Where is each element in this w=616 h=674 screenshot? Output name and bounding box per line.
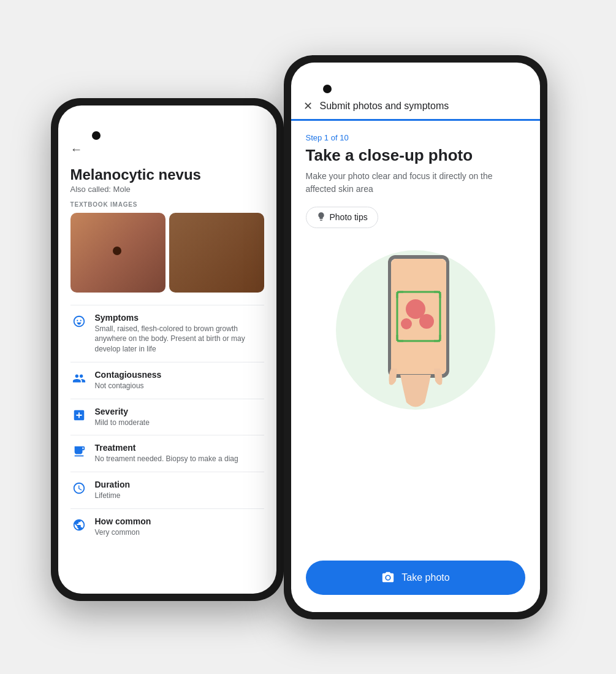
header-bar: ✕ Submit photos and symptoms <box>291 93 540 121</box>
phone2-camera <box>323 85 332 93</box>
info-treatment: Treatment No treament needed. Biopsy to … <box>70 435 264 472</box>
svg-point-14 <box>401 318 412 329</box>
phone-illustration <box>354 243 477 417</box>
step-label: Step 1 of 10 <box>306 133 525 142</box>
info-contagiousness: Contagiousness Not contagious <box>70 362 264 399</box>
treatment-icon <box>70 443 88 460</box>
treatment-text: Treatment No treament needed. Biopsy to … <box>95 443 238 464</box>
symptoms-text: Symptoms Small, raised, flesh-colored to… <box>95 313 264 354</box>
info-symptoms: Symptoms Small, raised, flesh-colored to… <box>70 305 264 362</box>
info-severity: Severity Mild to moderate <box>70 399 264 435</box>
camera-icon <box>381 570 395 585</box>
contagiousness-icon <box>70 370 88 387</box>
photo-tips-button[interactable]: Photo tips <box>306 207 378 228</box>
textbook-label: Textbook Images <box>70 201 264 208</box>
condition-subtitle: Also called: Mole <box>70 185 264 194</box>
duration-icon <box>70 480 88 497</box>
take-photo-label: Take photo <box>401 572 449 583</box>
phone-1: ← Melanocytic nevus Also called: Mole Te… <box>51 98 284 601</box>
severity-text: Severity Mild to moderate <box>95 407 150 428</box>
how-common-text: How common Very common <box>95 516 151 538</box>
mole-image-2 <box>169 213 264 293</box>
how-common-icon <box>70 516 88 534</box>
contagiousness-text: Contagiousness Not contagious <box>95 370 162 391</box>
illustration-area <box>306 243 525 417</box>
main-heading: Take a close-up photo <box>306 146 525 165</box>
textbook-images <box>70 213 264 293</box>
take-photo-button[interactable]: Take photo <box>306 561 525 595</box>
info-duration: Duration Lifetime <box>70 472 264 508</box>
header-title: Submit photos and symptoms <box>320 101 449 112</box>
symptoms-icon <box>70 313 88 330</box>
severity-icon <box>70 407 88 424</box>
mole-image-1 <box>70 213 165 293</box>
close-button[interactable]: ✕ <box>303 99 313 113</box>
condition-title: Melanocytic nevus <box>70 166 264 183</box>
svg-point-13 <box>419 314 434 329</box>
phone-2: ✕ Submit photos and symptoms Step 1 of 1… <box>284 55 547 619</box>
info-how-common: How common Very common <box>70 508 264 545</box>
main-description: Make your photo clear and focus it direc… <box>306 170 525 196</box>
duration-text: Duration Lifetime <box>95 480 131 501</box>
photo-tips-label: Photo tips <box>330 212 368 222</box>
lightbulb-icon <box>316 212 326 223</box>
phone1-camera <box>92 131 101 140</box>
back-button[interactable]: ← <box>70 142 264 156</box>
